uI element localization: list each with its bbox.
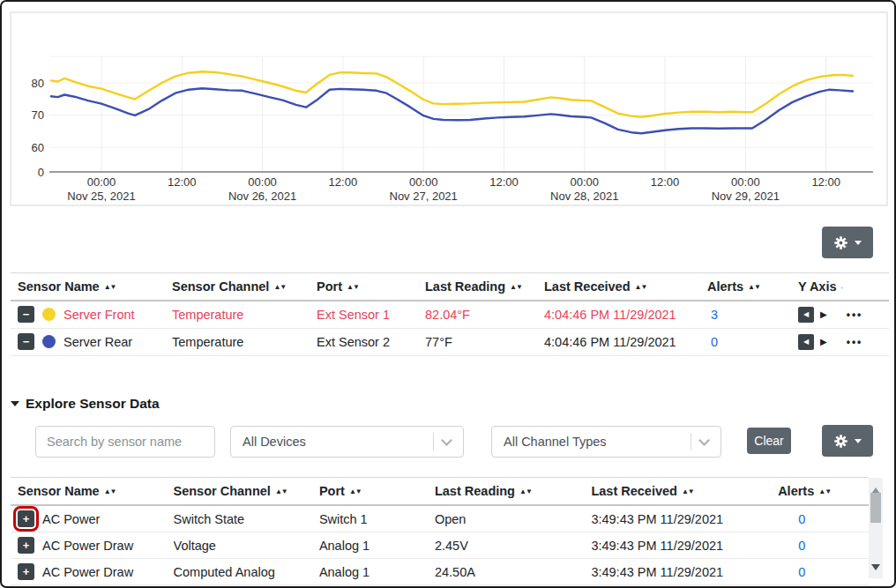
column-header-alerts[interactable]: Alerts▲▼ (778, 478, 869, 506)
explore-section-header[interactable]: Explore Sensor Data (11, 396, 160, 412)
column-header-label: Alerts (778, 484, 814, 498)
y-axis-left-button[interactable]: ◀ (798, 307, 814, 323)
row-menu-ellipsis-icon[interactable]: ••• (847, 336, 863, 348)
sensor-channel-cell: Voltage (174, 532, 319, 559)
column-header-last-reading[interactable]: Last Reading▲▼ (425, 273, 544, 301)
sensor-channel-cell: Switch State (174, 505, 319, 532)
y-tick-label: 70 (32, 108, 44, 122)
alerts-count-link[interactable]: 0 (711, 335, 718, 349)
last-reading-cell: 82.04°F (425, 301, 544, 328)
sort-arrows-icon: ▲▼ (519, 488, 532, 495)
alerts-cell: 0 (707, 328, 798, 355)
gear-icon (833, 235, 848, 250)
column-header-y-axis: Y Axis· (798, 273, 889, 301)
sensor-search-input[interactable] (35, 426, 215, 458)
row-menu-ellipsis-icon[interactable]: ••• (847, 309, 863, 321)
select-separator (691, 433, 691, 450)
table-header-row: Sensor Name▲▼Sensor Channel▲▼Port▲▼Last … (11, 478, 869, 506)
sort-arrows-icon: ▲▼ (748, 283, 760, 291)
last-reading-cell-text: 77°F (425, 335, 452, 349)
sensor-chart-panel: 060708000:00Nov 25, 202112:0000:00Nov 26… (10, 11, 888, 206)
column-header-port[interactable]: Port▲▼ (319, 478, 435, 506)
gear-icon (833, 434, 848, 449)
caret-down-icon (855, 439, 862, 447)
column-header-sensor-channel[interactable]: Sensor Channel▲▼ (172, 273, 317, 301)
collapse-sensor-button[interactable]: − (18, 333, 34, 350)
last-received-cell-text: 3:49:43 PM 11/29/2021 (591, 512, 723, 526)
table-scrollbar[interactable] (869, 478, 883, 578)
column-header-label: Last Received (591, 484, 677, 498)
app-window: 060708000:00Nov 25, 202112:0000:00Nov 26… (0, 0, 896, 588)
clear-filters-button[interactable]: Clear (747, 428, 791, 454)
sensor-row: +AC Power DrawVoltageAnalog 12.45V3:49:4… (11, 532, 869, 559)
table-header-row: Sensor Name▲▼Sensor Channel▲▼Port▲▼Last … (11, 273, 889, 301)
x-tick-date-label: Nov 27, 2021 (390, 190, 458, 203)
channel-filter-value: All Channel Types (492, 435, 691, 449)
alerts-count-link[interactable]: 3 (711, 308, 718, 322)
sort-arrows-icon: ▲▼ (347, 283, 359, 291)
y-axis-right-icon[interactable]: ▶ (820, 309, 827, 319)
column-header-label: Last Reading (435, 484, 515, 498)
column-header-last-reading[interactable]: Last Reading▲▼ (435, 478, 591, 506)
triangle-down-icon (11, 401, 19, 411)
y-axis-cell: ◀▶••• (798, 328, 889, 355)
column-header-sensor-name[interactable]: Sensor Name▲▼ (11, 273, 172, 301)
caret-down-icon (855, 241, 862, 249)
last-received-cell-text: 4:04:46 PM 11/29/2021 (544, 335, 676, 349)
expand-sensor-button-highlighted[interactable]: + (18, 510, 34, 527)
x-tick-time-label: 12:00 (489, 175, 519, 189)
sort-arrows-icon: ▲▼ (818, 488, 831, 495)
x-tick-date-label: Nov 26, 2021 (228, 190, 296, 203)
sort-arrows-icon: ▲▼ (275, 488, 287, 495)
port-cell: Switch 1 (319, 505, 435, 532)
sensor-color-dot (42, 308, 56, 321)
column-header-label: Sensor Channel (174, 484, 271, 498)
last-reading-cell: 77°F (425, 328, 544, 355)
column-header-alerts[interactable]: Alerts▲▼ (707, 273, 798, 301)
last-reading-cell: 24.50A (435, 559, 591, 585)
alerts-count-link[interactable]: 0 (798, 512, 805, 526)
last-received-cell-text: 4:04:46 PM 11/29/2021 (544, 308, 676, 322)
port-cell: Analog 1 (319, 559, 435, 585)
column-header-last-received[interactable]: Last Received▲▼ (544, 273, 707, 301)
device-filter-value: All Devices (231, 435, 433, 449)
alerts-cell: 3 (707, 301, 798, 328)
x-tick-time-label: 00:00 (248, 175, 277, 189)
column-header-last-received[interactable]: Last Received▲▼ (591, 478, 778, 506)
y-axis-right-icon[interactable]: ▶ (820, 337, 827, 346)
x-tick-date-label: Nov 28, 2021 (550, 190, 618, 203)
x-tick-time-label: 00:00 (571, 175, 600, 189)
sort-arrows-icon: ▲▼ (349, 488, 362, 495)
collapse-sensor-button[interactable]: − (18, 306, 34, 323)
device-filter-select[interactable]: All Devices (230, 426, 464, 458)
sensor-channel-cell-text: Temperature (172, 308, 243, 322)
x-tick-time-label: 12:00 (811, 175, 840, 189)
port-cell: Analog 1 (319, 532, 435, 559)
scrollbar-thumb[interactable] (870, 493, 881, 523)
column-header-sensor-name[interactable]: Sensor Name▲▼ (11, 478, 174, 506)
column-header-sensor-channel[interactable]: Sensor Channel▲▼ (174, 478, 319, 506)
sensor-name: Server Rear (63, 335, 132, 349)
column-header-label: Last Reading (425, 279, 505, 294)
explore-settings-button[interactable] (822, 425, 873, 457)
chart-settings-button[interactable] (822, 227, 873, 258)
expand-sensor-button[interactable]: + (18, 537, 34, 554)
y-axis-left-button[interactable]: ◀ (798, 334, 814, 350)
alerts-count-link[interactable]: 0 (798, 539, 805, 553)
sensor-name-cell: +AC Power Draw (11, 559, 174, 585)
channel-type-filter-select[interactable]: All Channel Types (491, 426, 721, 458)
port-cell: Ext Sensor 1 (317, 301, 425, 328)
last-received-cell: 3:49:43 PM 11/29/2021 (591, 505, 778, 532)
clipped-sort-icon: · (841, 284, 844, 293)
alerts-count-link[interactable]: 0 (798, 565, 805, 579)
last-received-cell: 3:49:43 PM 11/29/2021 (591, 559, 778, 585)
column-header-label: Alerts (707, 279, 743, 294)
column-header-port[interactable]: Port▲▼ (317, 273, 425, 301)
column-header-label: Port (319, 484, 345, 498)
sensor-name-cell: +AC Power Draw (11, 532, 174, 559)
expand-sensor-button[interactable]: + (18, 563, 34, 580)
scroll-down-icon[interactable] (871, 564, 880, 575)
sort-arrows-icon: ▲▼ (635, 283, 647, 291)
column-header-label: Sensor Name (18, 279, 100, 294)
last-reading-cell-text: 82.04°F (425, 308, 470, 322)
